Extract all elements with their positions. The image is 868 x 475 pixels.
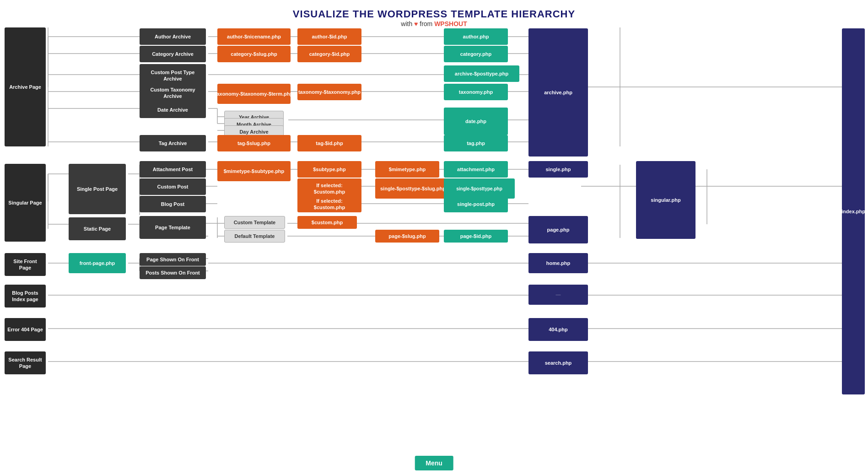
custom-template-node: Custom Template: [224, 216, 285, 229]
custom-php-node: $custom.php: [297, 216, 357, 229]
attachment-post-node: Attachment Post: [140, 161, 206, 178]
front-page-php-node: front-page.php: [69, 253, 126, 273]
search-result-page-node: Search Result Page: [5, 351, 46, 374]
subtitle: with ♥ from WPSHOUT: [0, 20, 868, 27]
single-post-php-node: single-post.php: [444, 196, 508, 212]
subtitle-heart: ♥: [414, 20, 418, 27]
page-id-php-node: page-$id.php: [444, 230, 508, 243]
404-php-node: 404.php: [528, 318, 588, 341]
category-id-php-node: category-$id.php: [297, 46, 361, 62]
home-php-node: home.php: [528, 253, 588, 273]
page-shown-on-front-node: Page Shown On Front: [140, 253, 206, 266]
category-php-node: category.php: [444, 46, 508, 62]
page-template-node: Page Template: [140, 216, 206, 239]
archive-posttype-php-node: archive-$posttype.php: [444, 65, 519, 82]
subtitle-with: with: [401, 20, 412, 27]
posts-shown-on-front-node: Posts Shown On Front: [140, 266, 206, 279]
tag-php-node: tag.php: [444, 135, 508, 151]
author-id-php-node: author-$id.php: [297, 28, 361, 45]
page-php-node: page.php: [528, 216, 588, 243]
mimetype-php-node: $mimetype.php: [375, 161, 439, 178]
single-php-node: single.php: [528, 161, 588, 178]
subtitle-brand: WPSHOUT: [434, 20, 467, 27]
author-nicename-php-node: author-$nicename.php: [217, 28, 291, 45]
author-php-node: author.php: [444, 28, 508, 45]
blog-index-navy-node: —: [528, 285, 588, 305]
static-page-node: Static Page: [69, 217, 126, 240]
archive-php-node: archive.php: [528, 28, 588, 157]
blog-post-node: Blog Post: [140, 196, 206, 212]
single-posttype-slug-php-node: single-$posttype-$slug.php: [375, 178, 451, 199]
archive-page-node: Archive Page: [5, 27, 46, 146]
tag-archive-node: Tag Archive: [140, 135, 206, 151]
if-selected-custom-php-2-node: If selected: $custom.php: [297, 196, 361, 212]
taxonomy-taxonomy-term-php-node: taxonomy-$taxonomy-$term.php: [217, 84, 291, 104]
error-404-page-node: Error 404 Page: [5, 318, 46, 341]
single-post-page-node: Single Post Page: [69, 164, 126, 214]
blog-posts-index-node: Blog Posts Index page: [5, 285, 46, 308]
custom-taxonomy-archive-node: Custom Taxonomy Archive: [140, 82, 206, 103]
tag-slug-php-node: tag-$slug.php: [217, 135, 291, 151]
title-area: VISUALIZE THE WORDPRESS TEMPLATE HIERARC…: [0, 0, 868, 30]
subtype-php-node: $subtype.php: [297, 161, 361, 178]
author-archive-node: Author Archive: [140, 28, 206, 45]
custom-post-node: Custom Post: [140, 178, 206, 195]
singular-php-node: singular.php: [636, 161, 695, 239]
taxonomy-php-node: taxonomy.php: [444, 84, 508, 100]
category-archive-node: Category Archive: [140, 46, 206, 62]
attachment-php-node: attachment.php: [444, 161, 508, 178]
mimetype-subtype-php-node: $mimetype-$subtype.php: [217, 161, 291, 181]
search-php-node: search.php: [528, 351, 588, 374]
tag-id-php-node: tag-$id.php: [297, 135, 361, 151]
main-title: VISUALIZE THE WORDPRESS TEMPLATE HIERARC…: [0, 8, 868, 20]
taxonomy-taxonomy-php-node: taxonomy-$taxonomy.php: [297, 84, 361, 100]
site-front-page-node: Site Front Page: [5, 253, 46, 276]
index-php-node: index.php: [842, 28, 865, 394]
date-php-node: date.php: [444, 108, 508, 135]
category-slug-php-node: category-$slug.php: [217, 46, 291, 62]
default-template-node: Default Template: [224, 230, 285, 243]
page-slug-php-node: page-$slug.php: [375, 230, 439, 243]
page-wrapper: VISUALIZE THE WORDPRESS TEMPLATE HIERARC…: [0, 0, 868, 475]
singular-page-node: Singular Page: [5, 164, 46, 242]
menu-button[interactable]: Menu: [415, 456, 453, 470]
subtitle-from: from: [420, 20, 432, 27]
date-archive-node: Date Archive: [140, 102, 206, 118]
